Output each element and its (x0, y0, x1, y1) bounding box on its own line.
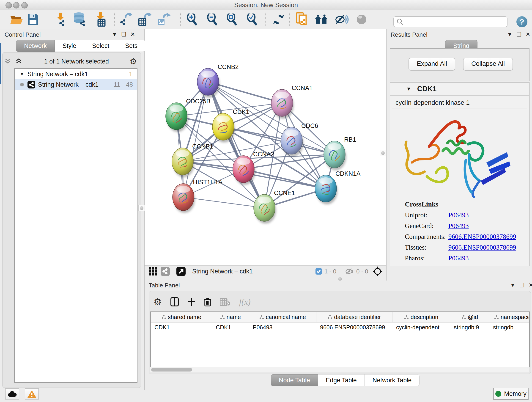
collection-expander-icon[interactable]: ▼ (20, 71, 24, 77)
column-header-canonical-name[interactable]: canonical name (249, 312, 317, 322)
delete-row-icon[interactable] (204, 297, 211, 306)
tab-network-table[interactable]: Network Table (365, 374, 420, 386)
enhance-labels-icon[interactable] (335, 12, 349, 27)
shared-column-icon (462, 315, 466, 319)
left-splitter-handle[interactable] (138, 205, 145, 211)
node-CDC6[interactable]: CDC6 (281, 122, 318, 157)
fit-selected-crosshair-icon[interactable] (372, 266, 383, 277)
table-cell[interactable]: stringdb (489, 322, 530, 332)
column-header-shared-name[interactable]: shared name (151, 312, 212, 322)
add-row-icon[interactable] (187, 297, 195, 306)
node-CCNA2[interactable]: CCNA2 (233, 151, 274, 185)
export-image-icon[interactable] (157, 12, 171, 27)
warning-button[interactable] (25, 389, 39, 400)
save-session-icon[interactable] (26, 12, 40, 27)
column-header-description[interactable]: description (393, 312, 450, 322)
string-home-icon[interactable] (314, 12, 329, 27)
collapse-all-icon[interactable] (5, 58, 12, 65)
tab-node-table[interactable]: Node Table (271, 374, 318, 386)
network-tree: ▼ String Network – cdk1 1 String Network… (14, 68, 138, 383)
import-network-database-icon[interactable] (72, 12, 87, 27)
crosslink-label: Compartments: (405, 233, 448, 240)
tab-edge-table[interactable]: Edge Table (318, 374, 365, 386)
options-gear-icon[interactable]: ⚙ (130, 57, 137, 66)
open-in-new-window-icon[interactable] (177, 267, 186, 276)
panel-close-icon[interactable]: ✕ (526, 31, 530, 38)
function-builder-icon[interactable]: f(x) (239, 297, 251, 307)
selected-checkbox-icon[interactable] (315, 268, 322, 275)
collapse-all-button[interactable]: Collapse All (463, 58, 513, 70)
node-RB1[interactable]: RB1 (324, 136, 356, 170)
zoom-in-icon[interactable] (185, 12, 199, 27)
right-splitter-handle[interactable] (380, 150, 386, 156)
import-table-icon[interactable] (94, 12, 108, 27)
memory-button[interactable]: Memory (493, 388, 529, 400)
network-row[interactable]: String Network – cdk1 11 48 (15, 79, 137, 90)
zoom-selected-icon[interactable] (245, 12, 259, 27)
table-cell[interactable]: CDK1 (212, 322, 249, 332)
import-network-file-icon[interactable] (53, 12, 68, 27)
birds-eye-view-icon[interactable] (148, 267, 157, 276)
search-input[interactable] (404, 18, 500, 26)
table-options-gear-icon[interactable]: ⚙ (153, 297, 162, 307)
table-cell[interactable]: stringdb:9... (450, 322, 489, 332)
panel-close-icon[interactable]: ✕ (529, 282, 532, 288)
apply-layout-icon[interactable] (271, 12, 286, 27)
tab-style[interactable]: Style (55, 40, 84, 52)
show-columns-icon[interactable] (171, 297, 179, 306)
node-CCNB2[interactable]: CCNB2 (197, 64, 239, 98)
open-session-icon[interactable] (9, 12, 24, 27)
crosslink-link[interactable]: 9606.ENSP00000378699 (448, 244, 516, 251)
zoom-out-icon[interactable] (205, 12, 220, 27)
scrollbar-thumb[interactable] (151, 368, 192, 371)
column-header-@id[interactable]: @id (450, 312, 489, 322)
node-CCNA1[interactable]: CCNA1 (271, 85, 313, 119)
gene-expander-icon[interactable]: ▼ (406, 86, 411, 92)
network-collection-row[interactable]: ▼ String Network – cdk1 1 (15, 69, 137, 79)
edge-CCNE1-HIST1H1A[interactable] (183, 197, 264, 208)
string-view-icon[interactable] (161, 267, 170, 276)
expand-all-icon[interactable] (16, 58, 23, 65)
table-cell[interactable]: 9606.ENSP00000378699 (317, 322, 393, 332)
table-cell[interactable]: CDK1 (151, 322, 212, 332)
table-cell[interactable]: cyclin-dependent ... (393, 322, 450, 332)
copy-style-icon[interactable] (295, 12, 310, 27)
panel-float-icon[interactable]: ❑ (121, 31, 127, 38)
crosslink-link[interactable]: 9606.ENSP00000378699 (448, 233, 516, 240)
column-header-database-identifier[interactable]: database identifier (317, 312, 393, 322)
panel-menu-icon[interactable]: ▼ (507, 31, 513, 38)
panel-float-icon[interactable]: ❑ (517, 31, 522, 38)
node-HIST1H1A[interactable]: HIST1H1A (172, 179, 222, 213)
clear-table-icon[interactable] (220, 298, 230, 306)
column-header-name[interactable]: name (212, 312, 249, 322)
tab-select[interactable]: Select (84, 40, 117, 52)
node-CDKN1A[interactable]: CDKN1A (315, 170, 361, 204)
expand-all-button[interactable]: Expand All (409, 58, 455, 70)
node-CCNE1[interactable]: CCNE1 (254, 190, 295, 224)
panel-menu-icon[interactable]: ▼ (112, 31, 117, 38)
show-glass-ball-icon[interactable] (354, 12, 369, 27)
tab-network[interactable]: Network (16, 40, 55, 52)
crosslink-link[interactable]: P06493 (448, 254, 469, 262)
table-cell[interactable]: P06493 (249, 322, 317, 332)
table-box: ⚙ f(x) shared namenamecanonical namedata… (149, 291, 531, 374)
help-button[interactable]: ? (516, 16, 527, 27)
table-row[interactable]: CDK1CDK1P064939606.ENSP00000378699cyclin… (151, 322, 529, 332)
crosslink-link[interactable]: P06493 (448, 222, 469, 230)
export-table-icon[interactable] (138, 12, 152, 27)
hidden-eye-slash-icon[interactable] (345, 268, 354, 275)
table-horizontal-scrollbar[interactable] (150, 367, 529, 372)
cloud-button[interactable] (5, 389, 19, 400)
tab-sets[interactable]: Sets (117, 40, 146, 52)
export-network-icon[interactable] (119, 12, 134, 27)
column-header-namespace[interactable]: namespace (489, 312, 530, 322)
edge-CCNB2-CCNE1[interactable] (208, 82, 264, 208)
panel-float-icon[interactable]: ❑ (520, 282, 525, 288)
network-canvas[interactable]: CCNB2CCNA1CDC25BCDK1CDC6RB1CCNB1CCNA2CDK… (145, 29, 386, 265)
panel-menu-icon[interactable]: ▼ (510, 282, 515, 288)
string-network-icon (27, 81, 35, 89)
zoom-fit-icon[interactable] (225, 12, 239, 27)
crosslink-link[interactable]: P06493 (448, 211, 469, 219)
node-label-CCNB1: CCNB1 (192, 143, 213, 150)
panel-close-icon[interactable]: ✕ (130, 31, 135, 38)
